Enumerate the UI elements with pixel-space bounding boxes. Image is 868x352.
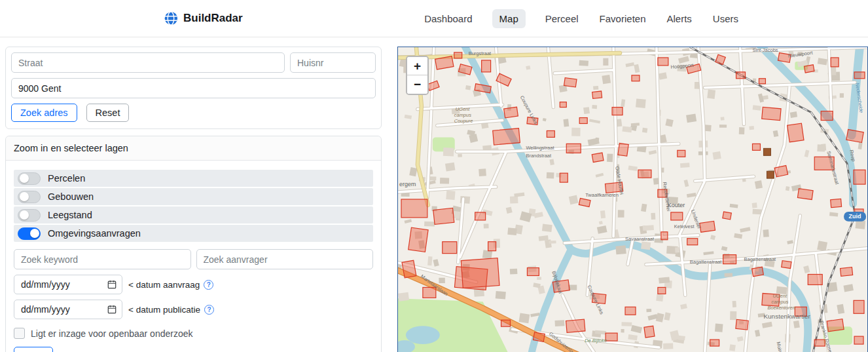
svg-text:Ketelvest: Ketelvest [674,224,695,229]
layer-row-percelen: Percelen [14,170,373,187]
percelen-toggle[interactable] [18,172,41,185]
svg-text:Coupure: Coupure [454,118,473,124]
search-address-button[interactable]: Zoek adres [11,104,77,122]
layer-row-leegstand: Leegstand [14,206,373,224]
svg-text:UGent: UGent [772,293,787,299]
leegstand-label: Leegstand [48,210,92,220]
map-zoom-control: + − [406,56,429,95]
inzage-checkbox-row: Ligt er inzage voor openbaar onderzoek [14,328,373,339]
svg-text:Sint-Jacobs: Sint-Jacobs [752,47,778,53]
map[interactable]: + − BurgstraatSint-JacobsNieuwpoortHoogp… [397,47,868,352]
nav-item-dashboard[interactable]: Dashboard [423,9,473,28]
housenumber-input[interactable] [290,52,376,73]
nav-item-users[interactable]: Users [712,9,740,28]
layers-search-button[interactable]: Zoek [14,347,53,352]
percelen-label: Percelen [48,173,85,184]
gebouwen-toggle[interactable] [18,191,41,203]
main-nav: Dashboard Map Perceel Favorieten Alerts … [423,0,740,37]
svg-text:Bagattenstraat: Bagattenstraat [744,256,777,262]
date-aanvraag-label: < datum aanvraag ? [128,280,213,290]
help-icon[interactable]: ? [204,305,214,315]
calendar-icon[interactable] [107,280,117,289]
omgevingsaanvragen-label: Omgevingsaanvragen [48,228,141,239]
map-canvas[interactable]: BurgstraatSint-JacobsNieuwpoortHoogpoort… [398,47,867,352]
svg-text:campus: campus [771,299,788,305]
svg-text:Kouter: Kouter [668,202,685,208]
city-input[interactable] [11,78,376,98]
svg-text:Bagattenstraat: Bagattenstraat [690,259,723,265]
date-publicatie-label: < datum publicatie ? [128,305,214,315]
svg-text:De Bijloke: De Bijloke [585,338,607,343]
zoom-out-button[interactable]: − [407,75,427,94]
svg-text:Kunstenkwartier: Kunstenkwartier [763,313,810,320]
sidebar: Zoek adres Reset Zoom in en selecteer la… [5,47,382,352]
nav-item-map[interactable]: Map [492,9,526,28]
svg-text:Twaalfkameren: Twaalfkameren [585,192,619,198]
brand[interactable]: BuildRadar [164,0,243,37]
layers-card: Zoom in en selecteer lagen Percelen Gebo… [5,136,382,352]
reset-button[interactable]: Reset [86,104,130,122]
gebouwen-label: Gebouwen [48,191,94,202]
omgevingsaanvragen-toggle[interactable] [18,227,41,240]
svg-text:ergem: ergem [399,181,416,187]
calendar-icon[interactable] [107,305,117,314]
toggle-knob [30,229,39,238]
date-publicatie-value: dd/mm/yyyy [21,304,70,315]
inzage-checkbox[interactable] [14,328,25,339]
layers-card-title: Zoom in en selecteer lagen [6,136,381,161]
nav-item-perceel[interactable]: Perceel [544,9,580,28]
address-search-card: Zoek adres Reset [5,47,382,129]
svg-text:campus: campus [454,112,471,118]
date-aanvraag-value: dd/mm/yyyy [21,279,70,290]
layer-row-gebouwen: Gebouwen [14,188,373,205]
svg-text:Boekentoren: Boekentoren [767,305,795,311]
svg-text:Brandstraat: Brandstraat [526,153,552,159]
keyword-input[interactable] [14,249,191,269]
inzage-checkbox-label: Ligt er inzage voor openbaar onderzoek [31,328,193,339]
svg-text:Burgstraat: Burgstraat [469,50,492,56]
toggle-knob [20,192,29,201]
date-aanvraag-input[interactable]: dd/mm/yyyy [14,275,122,294]
brand-logo-icon [164,11,178,26]
applicant-input[interactable] [196,249,374,269]
svg-text:Wellingstraat: Wellingstraat [526,145,554,151]
toggle-knob [20,210,29,220]
svg-text:UGent: UGent [456,106,471,112]
help-icon[interactable]: ? [204,280,213,290]
street-input[interactable] [11,52,285,73]
nav-item-favorieten[interactable]: Favorieten [598,9,647,28]
svg-text:Savaanstraat: Savaanstraat [625,236,655,242]
top-navbar: BuildRadar Dashboard Map Perceel Favorie… [0,0,868,37]
toggle-knob [20,174,29,183]
svg-text:Zuid: Zuid [849,213,861,220]
layer-row-omgevingsaanvragen: Omgevingsaanvragen [14,225,373,242]
nav-item-alerts[interactable]: Alerts [665,9,693,28]
brand-name: BuildRadar [183,12,243,25]
date-publicatie-input[interactable]: dd/mm/yyyy [14,300,122,319]
leegstand-toggle[interactable] [18,209,41,222]
zoom-in-button[interactable]: + [407,57,427,75]
